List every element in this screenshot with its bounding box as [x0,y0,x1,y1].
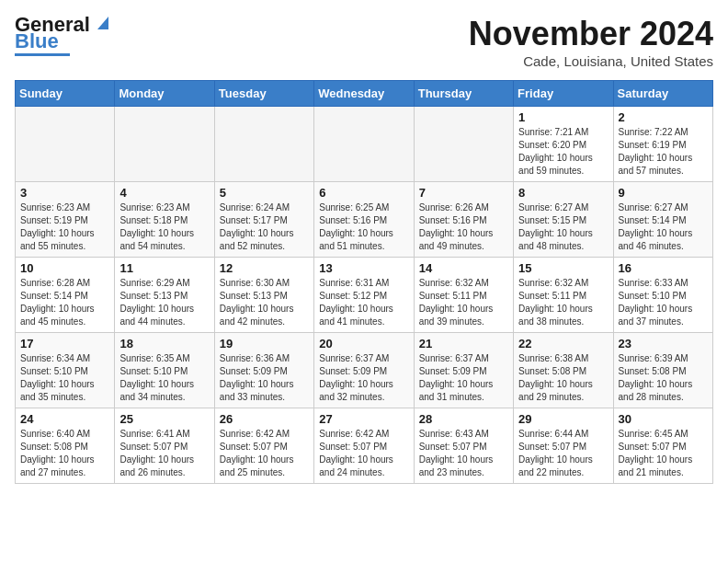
day-info: Sunrise: 7:22 AM Sunset: 6:19 PM Dayligh… [619,126,708,178]
calendar-cell: 20Sunrise: 6:37 AM Sunset: 5:09 PM Dayli… [314,333,414,408]
day-info: Sunrise: 6:42 AM Sunset: 5:07 PM Dayligh… [319,428,408,479]
day-number: 3 [20,186,109,200]
day-info: Sunrise: 6:23 AM Sunset: 5:18 PM Dayligh… [119,201,209,253]
day-info: Sunrise: 6:37 AM Sunset: 5:09 PM Dayligh… [419,352,508,404]
calendar-week-2: 3Sunrise: 6:23 AM Sunset: 5:19 PM Daylig… [16,182,713,258]
day-number: 1 [518,110,608,124]
day-info: Sunrise: 6:40 AM Sunset: 5:08 PM Dayligh… [20,428,109,479]
logo-underline [15,53,70,56]
day-number: 20 [319,337,408,350]
calendar-cell: 28Sunrise: 6:43 AM Sunset: 5:07 PM Dayli… [414,408,513,484]
day-info: Sunrise: 6:35 AM Sunset: 5:10 PM Dayligh… [119,352,209,404]
calendar-cell: 13Sunrise: 6:31 AM Sunset: 5:12 PM Dayli… [314,258,414,333]
day-number: 26 [220,412,309,426]
month-title: November 2024 [469,15,713,53]
calendar-cell: 17Sunrise: 6:34 AM Sunset: 5:10 PM Dayli… [16,333,115,408]
calendar-cell: 11Sunrise: 6:29 AM Sunset: 5:13 PM Dayli… [115,258,214,333]
day-number: 21 [419,337,508,350]
weekday-header-tuesday: Tuesday [214,81,313,107]
calendar-cell: 24Sunrise: 6:40 AM Sunset: 5:08 PM Dayli… [16,408,115,484]
day-info: Sunrise: 6:23 AM Sunset: 5:19 PM Dayligh… [20,201,109,253]
day-info: Sunrise: 6:25 AM Sunset: 5:16 PM Dayligh… [319,201,408,253]
day-info: Sunrise: 6:26 AM Sunset: 5:16 PM Dayligh… [419,201,508,253]
calendar-cell: 29Sunrise: 6:44 AM Sunset: 5:07 PM Dayli… [514,408,613,484]
weekday-header-friday: Friday [514,81,613,107]
day-number: 10 [20,261,109,275]
calendar-week-4: 17Sunrise: 6:34 AM Sunset: 5:10 PM Dayli… [16,333,713,408]
day-info: Sunrise: 6:34 AM Sunset: 5:10 PM Dayligh… [20,352,109,404]
day-number: 8 [518,186,608,200]
calendar-cell: 15Sunrise: 6:32 AM Sunset: 5:11 PM Dayli… [514,258,613,333]
weekday-header-sunday: Sunday [16,81,115,107]
calendar-cell [414,107,513,182]
calendar-cell: 7Sunrise: 6:26 AM Sunset: 5:16 PM Daylig… [414,182,513,258]
location: Cade, Louisiana, United States [469,53,713,69]
calendar-cell: 26Sunrise: 6:42 AM Sunset: 5:07 PM Dayli… [214,408,313,484]
calendar-cell: 22Sunrise: 6:38 AM Sunset: 5:08 PM Dayli… [514,333,613,408]
day-info: Sunrise: 6:28 AM Sunset: 5:14 PM Dayligh… [20,277,109,328]
calendar-cell: 8Sunrise: 6:27 AM Sunset: 5:15 PM Daylig… [514,182,613,258]
weekday-header-row: SundayMondayTuesdayWednesdayThursdayFrid… [16,81,713,107]
day-info: Sunrise: 6:42 AM Sunset: 5:07 PM Dayligh… [220,428,309,479]
day-info: Sunrise: 6:43 AM Sunset: 5:07 PM Dayligh… [419,428,508,479]
calendar-week-5: 24Sunrise: 6:40 AM Sunset: 5:08 PM Dayli… [16,408,713,484]
calendar-week-1: 1Sunrise: 7:21 AM Sunset: 6:20 PM Daylig… [16,107,713,182]
day-number: 19 [220,337,309,350]
calendar-body: 1Sunrise: 7:21 AM Sunset: 6:20 PM Daylig… [16,107,713,484]
day-info: Sunrise: 6:29 AM Sunset: 5:13 PM Dayligh… [119,277,209,328]
calendar-cell: 5Sunrise: 6:24 AM Sunset: 5:17 PM Daylig… [214,182,313,258]
calendar-cell [314,107,414,182]
weekday-header-thursday: Thursday [414,81,513,107]
calendar-cell [16,107,115,182]
day-number: 23 [619,337,708,350]
day-number: 30 [619,412,708,426]
title-block: November 2024 Cade, Louisiana, United St… [469,15,713,69]
day-number: 17 [20,337,109,350]
calendar-cell: 9Sunrise: 6:27 AM Sunset: 5:14 PM Daylig… [613,182,712,258]
calendar-cell: 19Sunrise: 6:36 AM Sunset: 5:09 PM Dayli… [214,333,313,408]
calendar-cell: 27Sunrise: 6:42 AM Sunset: 5:07 PM Dayli… [314,408,414,484]
svg-marker-0 [97,17,108,29]
day-info: Sunrise: 6:44 AM Sunset: 5:07 PM Dayligh… [518,428,608,479]
calendar-cell: 3Sunrise: 6:23 AM Sunset: 5:19 PM Daylig… [16,182,115,258]
day-number: 27 [319,412,408,426]
calendar-week-3: 10Sunrise: 6:28 AM Sunset: 5:14 PM Dayli… [16,258,713,333]
day-number: 2 [619,110,708,124]
weekday-header-monday: Monday [115,81,214,107]
day-info: Sunrise: 6:32 AM Sunset: 5:11 PM Dayligh… [419,277,508,328]
day-info: Sunrise: 6:24 AM Sunset: 5:17 PM Dayligh… [220,201,309,253]
day-number: 16 [619,261,708,275]
day-info: Sunrise: 7:21 AM Sunset: 6:20 PM Dayligh… [518,126,608,178]
day-number: 5 [220,186,309,200]
calendar-cell: 30Sunrise: 6:45 AM Sunset: 5:07 PM Dayli… [613,408,712,484]
day-number: 11 [119,261,209,275]
day-info: Sunrise: 6:37 AM Sunset: 5:09 PM Dayligh… [319,352,408,404]
day-number: 29 [518,412,608,426]
calendar-table: SundayMondayTuesdayWednesdayThursdayFrid… [15,80,713,484]
calendar-cell [214,107,313,182]
day-info: Sunrise: 6:39 AM Sunset: 5:08 PM Dayligh… [619,352,708,404]
calendar-cell: 2Sunrise: 7:22 AM Sunset: 6:19 PM Daylig… [613,107,712,182]
day-number: 22 [518,337,608,350]
day-info: Sunrise: 6:33 AM Sunset: 5:10 PM Dayligh… [619,277,708,328]
calendar-cell: 25Sunrise: 6:41 AM Sunset: 5:07 PM Dayli… [115,408,214,484]
day-info: Sunrise: 6:36 AM Sunset: 5:09 PM Dayligh… [220,352,309,404]
day-number: 24 [20,412,109,426]
weekday-header-wednesday: Wednesday [314,81,414,107]
day-number: 25 [119,412,209,426]
weekday-header-saturday: Saturday [613,81,712,107]
day-info: Sunrise: 6:27 AM Sunset: 5:15 PM Dayligh… [518,201,608,253]
calendar-cell: 12Sunrise: 6:30 AM Sunset: 5:13 PM Dayli… [214,258,313,333]
day-number: 28 [419,412,508,426]
calendar-cell: 10Sunrise: 6:28 AM Sunset: 5:14 PM Dayli… [16,258,115,333]
day-number: 7 [419,186,508,200]
calendar-cell: 6Sunrise: 6:25 AM Sunset: 5:16 PM Daylig… [314,182,414,258]
day-number: 15 [518,261,608,275]
day-info: Sunrise: 6:45 AM Sunset: 5:07 PM Dayligh… [619,428,708,479]
day-info: Sunrise: 6:38 AM Sunset: 5:08 PM Dayligh… [518,352,608,404]
logo: General Blue [15,15,112,56]
day-info: Sunrise: 6:32 AM Sunset: 5:11 PM Dayligh… [518,277,608,328]
day-number: 14 [419,261,508,275]
calendar-cell [115,107,214,182]
day-number: 6 [319,186,408,200]
